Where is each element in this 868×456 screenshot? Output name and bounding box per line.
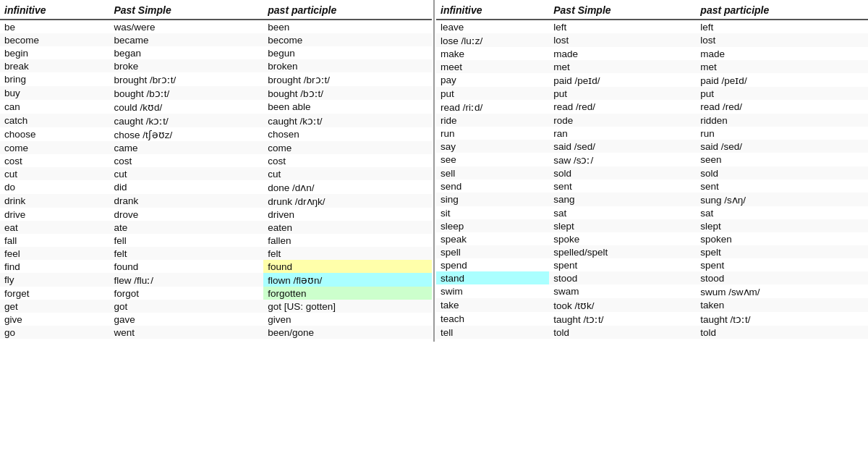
table-row: speakspokespoken	[436, 232, 868, 245]
table-cell: chose /tʃəʊz/	[109, 127, 263, 141]
table-cell: did	[109, 180, 263, 194]
table-row: catchcaught /kɔːt/caught /kɔːt/	[0, 114, 432, 127]
right-table-container: infinitive Past Simple past participle l…	[436, 0, 868, 342]
table-cell: rode	[549, 114, 696, 127]
table-cell: see	[436, 153, 549, 166]
table-cell: caught /kɔːt/	[109, 114, 263, 127]
table-row: becomebecamebecome	[0, 33, 432, 46]
table-cell: forgot	[109, 287, 263, 300]
table-row: putputput	[436, 87, 868, 100]
table-row: findfoundfound	[0, 260, 432, 273]
table-cell: become	[263, 33, 432, 46]
table-cell: made	[696, 47, 868, 60]
table-cell: spell	[436, 245, 549, 258]
table-cell: went	[109, 326, 263, 339]
right-col1-header: infinitive	[436, 3, 549, 20]
table-cell: drink	[0, 194, 109, 208]
table-row: lose /luːz/lostlost	[436, 33, 868, 47]
table-row: fallfellfallen	[0, 234, 432, 247]
table-row: runranrun	[436, 127, 868, 140]
table-cell: gave	[109, 313, 263, 326]
table-cell: sang	[549, 193, 696, 206]
table-cell: could /kʊd/	[109, 100, 263, 114]
table-row: makemademade	[436, 47, 868, 60]
table-cell: fallen	[263, 234, 432, 247]
table-cell: cost	[0, 154, 109, 167]
table-row: gowentbeen/gone	[0, 326, 432, 339]
table-row: saysaid /sed/said /sed/	[436, 140, 868, 153]
table-cell: sing	[436, 193, 549, 206]
table-cell: sell	[436, 166, 549, 180]
table-cell: spend	[436, 258, 549, 271]
table-row: feelfeltfelt	[0, 247, 432, 260]
table-cell: said /sed/	[549, 140, 696, 153]
table-cell: been	[263, 20, 432, 33]
table-cell: sit	[436, 206, 549, 219]
table-row: teachtaught /tɔːt/taught /tɔːt/	[436, 312, 868, 326]
table-cell: paid /peɪd/	[696, 73, 868, 87]
table-cell: do	[0, 180, 109, 194]
table-cell: saw /sɔː/	[549, 153, 696, 166]
table-cell: taught /tɔːt/	[696, 312, 868, 326]
table-row: seesaw /sɔː/seen	[436, 153, 868, 166]
table-row: telltoldtold	[436, 326, 868, 339]
table-cell: spoke	[549, 232, 696, 245]
table-cell: cost	[109, 154, 263, 167]
table-cell: taken	[696, 298, 868, 312]
table-cell: spelled/spelt	[549, 245, 696, 258]
table-cell: got [US: gotten]	[263, 300, 432, 313]
table-cell: eaten	[263, 221, 432, 234]
table-cell: come	[0, 141, 109, 154]
table-cell: caught /kɔːt/	[263, 114, 432, 127]
table-cell: made	[549, 47, 696, 60]
table-cell: stood	[549, 271, 696, 284]
table-cell: slept	[549, 219, 696, 232]
table-cell: buy	[0, 86, 109, 100]
table-cell: fall	[0, 234, 109, 247]
table-cell: meet	[436, 60, 549, 73]
table-cell: run	[436, 127, 549, 140]
table-row: cutcutcut	[0, 167, 432, 180]
table-cell: fell	[109, 234, 263, 247]
table-cell: was/were	[109, 20, 263, 33]
table-cell: come	[263, 141, 432, 154]
table-row: paypaid /peɪd/paid /peɪd/	[436, 73, 868, 87]
table-cell: cut	[109, 167, 263, 180]
table-cell: spent	[549, 258, 696, 271]
table-row: sellsoldsold	[436, 166, 868, 180]
table-cell: spent	[696, 258, 868, 271]
left-col2-header: Past Simple	[109, 3, 263, 20]
table-row: beginbeganbegun	[0, 46, 432, 59]
right-col2-header: Past Simple	[549, 3, 696, 20]
table-cell: can	[0, 100, 109, 114]
table-cell: told	[696, 326, 868, 339]
table-row: breakbrokebroken	[0, 59, 432, 72]
table-cell: lost	[696, 33, 868, 47]
table-cell: met	[549, 60, 696, 73]
table-row: drinkdrankdrunk /drʌŋk/	[0, 194, 432, 208]
main-page: infinitive Past Simple past participle b…	[0, 0, 868, 342]
table-row: rideroderidden	[436, 114, 868, 127]
table-cell: done /dʌn/	[263, 180, 432, 194]
table-row: dodiddone /dʌn/	[0, 180, 432, 194]
table-cell: got	[109, 300, 263, 313]
right-irregular-verbs-table: infinitive Past Simple past participle l…	[436, 3, 868, 339]
table-cell: drank	[109, 194, 263, 208]
table-cell: go	[0, 326, 109, 339]
table-cell: begun	[263, 46, 432, 59]
table-row: standstoodstood	[436, 271, 868, 284]
table-row: flyflew /fluː/flown /fləʊn/	[0, 273, 432, 287]
table-cell: ate	[109, 221, 263, 234]
table-cell: send	[436, 180, 549, 193]
table-row: costcostcost	[0, 154, 432, 167]
table-cell: sent	[549, 180, 696, 193]
table-cell: feel	[0, 247, 109, 260]
table-cell: began	[109, 46, 263, 59]
table-cell: read /red/	[696, 100, 868, 114]
table-row: swimswamswum /swʌm/	[436, 284, 868, 298]
right-col3-header: past participle	[696, 3, 868, 20]
table-cell: catch	[0, 114, 109, 127]
table-cell: taught /tɔːt/	[549, 312, 696, 326]
table-cell: cost	[263, 154, 432, 167]
table-cell: bring	[0, 72, 109, 86]
